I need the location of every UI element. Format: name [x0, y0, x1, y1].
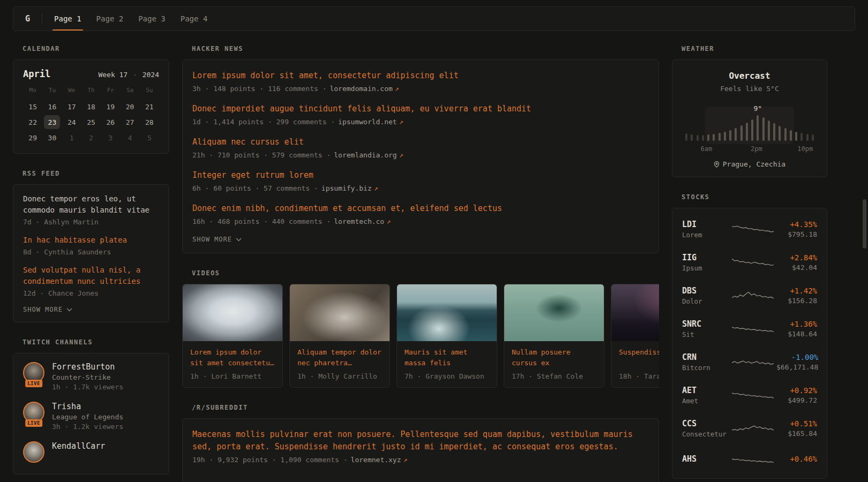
calendar-day-selected: 23: [42, 115, 62, 129]
stock-change: +1.36%: [776, 320, 817, 328]
external-link-icon: ↗: [399, 118, 403, 126]
hn-item-title[interactable]: Donec enim nibh, condimentum et accumsan…: [192, 202, 649, 215]
hacker-news-widget: HACKER NEWS Lorem ipsum dolor sit amet, …: [182, 45, 659, 253]
video-card[interactable]: Lorem ipsum dolor sit amet consectetu… 1…: [182, 284, 283, 388]
channel-name[interactable]: ForrestBurton: [52, 362, 123, 372]
hn-item[interactable]: Donec enim nibh, condimentum et accumsan…: [192, 202, 649, 225]
subreddit-item-domain[interactable]: loremnet.xyz: [351, 456, 401, 464]
stock-name: Consectetur: [682, 430, 729, 438]
hn-item-domain[interactable]: loremtech.co: [334, 217, 384, 225]
calendar-day: 21: [140, 100, 159, 114]
video-meta: 18h · Tara: [619, 372, 659, 380]
video-title[interactable]: Suspendisse diam: [619, 347, 659, 368]
rss-item[interactable]: Sed volutpat nulla nisl, a condimentum n…: [23, 265, 159, 297]
twitch-channel[interactable]: LIVE ForrestBurton Counter-Strike 1h · 1…: [23, 362, 159, 391]
stock-symbol: CCS: [682, 419, 729, 428]
rss-item-title[interactable]: Sed volutpat nulla nisl, a condimentum n…: [23, 265, 159, 287]
stock-row[interactable]: IIGIpsum +2.84%$42.04: [682, 246, 817, 279]
stock-sparkline: [732, 321, 774, 336]
stock-sparkline: [732, 255, 774, 270]
stock-symbol: CRN: [682, 352, 729, 362]
channel-name[interactable]: Trisha: [52, 402, 123, 411]
video-thumbnail[interactable]: [183, 284, 282, 341]
chevron-down-icon: [236, 238, 242, 242]
stock-price: $156.28: [776, 297, 817, 305]
hn-item[interactable]: Donec imperdiet augue tincidunt felis al…: [192, 103, 649, 126]
hn-item-title[interactable]: Aliquam nec cursus elit: [192, 136, 649, 148]
calendar-year: 2024: [143, 71, 159, 79]
video-title[interactable]: Nullam posuere cursus ex: [512, 347, 596, 368]
hn-item-domain[interactable]: loremdomain.com: [330, 85, 392, 93]
stock-price: $165.84: [776, 430, 817, 438]
twitch-channel[interactable]: LIVE Trisha League of Legends 3h · 1.2k …: [23, 402, 159, 431]
hn-item[interactable]: Integer eget rutrum lorem 6h · 60 points…: [192, 169, 649, 192]
stock-sparkline: [732, 388, 774, 403]
show-more-button[interactable]: SHOW MORE: [192, 236, 649, 243]
calendar-day: 4: [120, 131, 139, 145]
rss-card: Donec tempor eros leo, ut commodo mauris…: [13, 184, 169, 322]
section-title-videos: VIDEOS: [192, 269, 659, 277]
weather-bar: [751, 119, 753, 141]
calendar-day: 1: [62, 131, 81, 145]
stock-row[interactable]: CCSConsectetur +0.51%$165.84: [682, 412, 817, 445]
video-card[interactable]: Suspendisse diam 18h · Tara: [611, 284, 659, 388]
scrollbar-thumb[interactable]: [863, 199, 866, 248]
hn-item-meta: 6h · 60 points · 57 comments ·ipsumify.b…: [192, 184, 649, 192]
twitch-channel[interactable]: KendallCarr: [23, 441, 159, 465]
tab-page-2[interactable]: Page 2: [96, 7, 124, 31]
stock-row[interactable]: DBSDolor +1.42%$156.28: [682, 279, 817, 312]
calendar-widget: CALENDAR April Week 17 · 2024 Mo Tu We T…: [13, 45, 169, 154]
video-title[interactable]: Aliquam tempor dolor nec pharetra…: [297, 347, 382, 368]
video-thumbnail[interactable]: [611, 284, 659, 341]
stock-price: $795.18: [776, 230, 817, 238]
hn-item[interactable]: Lorem ipsum dolor sit amet, consectetur …: [192, 70, 649, 93]
stock-row[interactable]: AETAmet +0.92%$499.72: [682, 379, 817, 412]
weather-location: Prague, Czechia: [681, 160, 818, 168]
hn-item-domain[interactable]: loremlandia.org: [334, 151, 396, 159]
hn-item-stats: 16h · 468 points · 440 comments ·: [192, 217, 331, 225]
hn-item-stats: 21h · 710 points · 579 comments ·: [192, 151, 331, 159]
stock-row[interactable]: LDILorem +4.35%$795.18: [682, 213, 817, 246]
rss-item-title[interactable]: In hac habitasse platea: [23, 235, 159, 246]
external-link-icon: ↗: [403, 456, 408, 464]
hn-item-title[interactable]: Donec imperdiet augue tincidunt felis al…: [192, 103, 649, 115]
channel-info: ForrestBurton Counter-Strike 1h · 1.7k v…: [52, 362, 123, 391]
hn-item-domain[interactable]: ipsumworld.net: [338, 118, 397, 126]
tab-page-1[interactable]: Page 1: [54, 7, 81, 31]
tab-page-3[interactable]: Page 3: [138, 7, 166, 31]
stock-row[interactable]: SNRCSit +1.36%$148.64: [682, 312, 817, 345]
calendar-day: 17: [62, 100, 81, 114]
subreddit-item-meta: 19h · 9,932 points · 1,090 comments ·lor…: [192, 456, 649, 464]
app-logo[interactable]: G: [25, 14, 30, 24]
rss-item[interactable]: In hac habitasse platea 8d · Cynthia Sau…: [23, 235, 159, 256]
subreddit-item[interactable]: Maecenas mollis pulvinar erat non posuer…: [192, 428, 649, 464]
video-title[interactable]: Mauris sit amet massa felis: [405, 347, 489, 368]
weather-location-label: Prague, Czechia: [723, 160, 785, 168]
video-thumbnail[interactable]: [397, 284, 497, 341]
video-card[interactable]: Aliquam tempor dolor nec pharetra… 1h · …: [289, 284, 390, 388]
video-thumbnail[interactable]: [290, 284, 390, 341]
video-thumbnail[interactable]: [504, 284, 604, 341]
rss-item[interactable]: Donec tempor eros leo, ut commodo mauris…: [23, 193, 159, 226]
hn-item-title[interactable]: Lorem ipsum dolor sit amet, consectetur …: [192, 70, 649, 82]
hn-item-title[interactable]: Integer eget rutrum lorem: [192, 169, 649, 182]
weather-condition: Overcast: [681, 71, 818, 81]
channel-name[interactable]: KendallCarr: [52, 441, 105, 451]
video-card[interactable]: Mauris sit amet massa felis 7h · Grayson…: [396, 284, 497, 388]
rss-item-title[interactable]: Donec tempor eros leo, ut commodo mauris…: [23, 193, 159, 216]
stock-row[interactable]: CRNBitcorn -1.00%$66,171.48: [682, 345, 817, 379]
hn-item[interactable]: Aliquam nec cursus elit 21h · 710 points…: [192, 136, 649, 159]
video-card[interactable]: Nullam posuere cursus ex 17h · Stefan Co…: [504, 284, 604, 388]
weather-bar: [812, 134, 814, 141]
weather-time-label: 2pm: [751, 145, 762, 153]
show-more-button[interactable]: SHOW MORE: [23, 306, 159, 313]
tab-page-4[interactable]: Page 4: [181, 7, 208, 31]
weather-time-label: 10pm: [797, 145, 813, 153]
hn-item-domain[interactable]: ipsumify.biz: [321, 184, 372, 192]
stock-row[interactable]: AHS +0.46%: [682, 445, 817, 474]
calendar-dow: Sa: [120, 87, 139, 98]
subreddit-item-title[interactable]: Maecenas mollis pulvinar erat non posuer…: [192, 428, 649, 453]
calendar-dow: We: [62, 87, 81, 98]
video-title[interactable]: Lorem ipsum dolor sit amet consectetu…: [190, 347, 275, 368]
calendar-dow: Fr: [101, 87, 120, 98]
